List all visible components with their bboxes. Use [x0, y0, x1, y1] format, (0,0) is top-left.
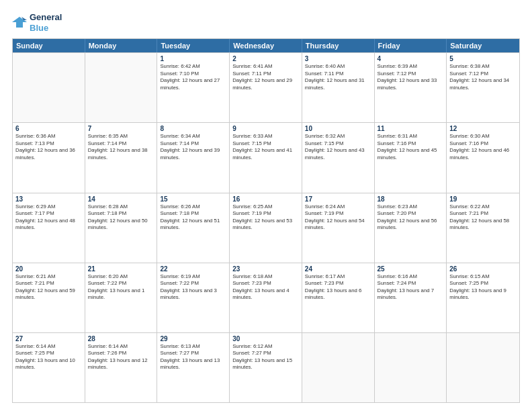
day-number: 30 — [232, 335, 299, 342]
cal-cell: 4Sunrise: 6:39 AMSunset: 7:12 PMDaylight… — [375, 53, 447, 122]
day-number: 5 — [449, 55, 517, 62]
calendar: SundayMondayTuesdayWednesdayThursdayFrid… — [12, 38, 520, 403]
cal-cell: 6Sunrise: 6:36 AMSunset: 7:13 PMDaylight… — [13, 123, 85, 192]
logo-text: General Blue — [30, 12, 62, 33]
day-number: 18 — [378, 195, 444, 203]
cal-cell: 1Sunrise: 6:42 AMSunset: 7:10 PMDaylight… — [157, 53, 230, 122]
day-info: Sunrise: 6:24 AMSunset: 7:19 PMDaylight:… — [305, 203, 371, 232]
day-number: 17 — [305, 195, 371, 203]
day-info: Sunrise: 6:20 AMSunset: 7:22 PMDaylight:… — [88, 273, 154, 302]
calendar-header-row: SundayMondayTuesdayWednesdayThursdayFrid… — [13, 39, 519, 52]
day-info: Sunrise: 6:39 AMSunset: 7:12 PMDaylight:… — [378, 63, 444, 91]
day-info: Sunrise: 6:40 AMSunset: 7:11 PMDaylight:… — [305, 63, 371, 91]
day-number: 4 — [378, 55, 444, 62]
cal-cell: 27Sunrise: 6:14 AMSunset: 7:25 PMDayligh… — [13, 333, 85, 402]
logo-bird-icon — [12, 15, 27, 30]
day-number: 7 — [88, 125, 154, 132]
page: General Blue SundayMondayTuesdayWednesda… — [0, 0, 532, 411]
cal-cell: 18Sunrise: 6:23 AMSunset: 7:20 PMDayligh… — [375, 193, 447, 263]
cal-cell: 11Sunrise: 6:31 AMSunset: 7:16 PMDayligh… — [375, 123, 447, 192]
day-info: Sunrise: 6:17 AMSunset: 7:23 PMDaylight:… — [305, 273, 371, 302]
cal-cell: 12Sunrise: 6:30 AMSunset: 7:16 PMDayligh… — [447, 123, 519, 192]
day-header-sunday: Sunday — [13, 39, 85, 52]
day-info: Sunrise: 6:33 AMSunset: 7:15 PMDaylight:… — [232, 133, 299, 161]
day-number: 14 — [88, 195, 154, 203]
day-number: 10 — [305, 125, 371, 132]
day-info: Sunrise: 6:34 AMSunset: 7:14 PMDaylight:… — [160, 133, 226, 161]
day-info: Sunrise: 6:23 AMSunset: 7:20 PMDaylight:… — [378, 203, 444, 232]
day-header-wednesday: Wednesday — [230, 39, 302, 52]
cal-cell: 3Sunrise: 6:40 AMSunset: 7:11 PMDaylight… — [302, 53, 375, 122]
cal-cell: 9Sunrise: 6:33 AMSunset: 7:15 PMDaylight… — [230, 123, 302, 192]
day-info: Sunrise: 6:26 AMSunset: 7:18 PMDaylight:… — [160, 203, 226, 232]
day-number: 3 — [305, 55, 371, 62]
day-info: Sunrise: 6:41 AMSunset: 7:11 PMDaylight:… — [232, 63, 299, 91]
day-info: Sunrise: 6:14 AMSunset: 7:26 PMDaylight:… — [88, 343, 154, 371]
week-row-2: 6Sunrise: 6:36 AMSunset: 7:13 PMDaylight… — [13, 122, 519, 192]
cal-cell — [447, 333, 519, 402]
day-number: 15 — [160, 195, 226, 203]
day-number: 22 — [160, 265, 226, 273]
cal-cell: 7Sunrise: 6:35 AMSunset: 7:14 PMDaylight… — [85, 123, 158, 192]
cal-cell: 8Sunrise: 6:34 AMSunset: 7:14 PMDaylight… — [157, 123, 230, 192]
cal-cell — [302, 333, 375, 402]
day-info: Sunrise: 6:28 AMSunset: 7:18 PMDaylight:… — [88, 203, 154, 232]
cal-cell: 20Sunrise: 6:21 AMSunset: 7:21 PMDayligh… — [13, 263, 85, 332]
day-info: Sunrise: 6:19 AMSunset: 7:22 PMDaylight:… — [160, 273, 226, 302]
day-number: 21 — [88, 265, 154, 273]
cal-cell: 16Sunrise: 6:25 AMSunset: 7:19 PMDayligh… — [230, 193, 302, 263]
day-number: 23 — [232, 265, 299, 273]
day-header-thursday: Thursday — [302, 39, 375, 52]
day-info: Sunrise: 6:25 AMSunset: 7:19 PMDaylight:… — [232, 203, 299, 232]
cal-cell: 24Sunrise: 6:17 AMSunset: 7:23 PMDayligh… — [302, 263, 375, 332]
cal-cell: 28Sunrise: 6:14 AMSunset: 7:26 PMDayligh… — [85, 333, 158, 402]
cal-cell — [375, 333, 447, 402]
svg-marker-0 — [12, 17, 27, 28]
cal-cell: 25Sunrise: 6:16 AMSunset: 7:24 PMDayligh… — [375, 263, 447, 332]
calendar-body: 1Sunrise: 6:42 AMSunset: 7:10 PMDaylight… — [13, 52, 519, 402]
day-number: 25 — [378, 265, 444, 273]
day-header-tuesday: Tuesday — [157, 39, 230, 52]
day-info: Sunrise: 6:18 AMSunset: 7:23 PMDaylight:… — [232, 273, 299, 302]
day-info: Sunrise: 6:22 AMSunset: 7:21 PMDaylight:… — [449, 203, 517, 232]
cal-cell: 13Sunrise: 6:29 AMSunset: 7:17 PMDayligh… — [13, 193, 85, 263]
day-number: 28 — [88, 335, 154, 342]
cal-cell — [13, 53, 85, 122]
day-info: Sunrise: 6:35 AMSunset: 7:14 PMDaylight:… — [88, 133, 154, 161]
day-number: 11 — [378, 125, 444, 132]
cal-cell: 30Sunrise: 6:12 AMSunset: 7:27 PMDayligh… — [230, 333, 302, 402]
day-info: Sunrise: 6:12 AMSunset: 7:27 PMDaylight:… — [232, 343, 299, 371]
day-info: Sunrise: 6:21 AMSunset: 7:21 PMDaylight:… — [15, 273, 82, 302]
day-number: 8 — [160, 125, 226, 132]
week-row-5: 27Sunrise: 6:14 AMSunset: 7:25 PMDayligh… — [13, 332, 519, 402]
cal-cell: 14Sunrise: 6:28 AMSunset: 7:18 PMDayligh… — [85, 193, 158, 263]
cal-cell: 15Sunrise: 6:26 AMSunset: 7:18 PMDayligh… — [157, 193, 230, 263]
day-info: Sunrise: 6:38 AMSunset: 7:12 PMDaylight:… — [449, 63, 517, 91]
day-number: 24 — [305, 265, 371, 273]
header: General Blue — [12, 12, 520, 33]
day-number: 29 — [160, 335, 226, 342]
day-info: Sunrise: 6:14 AMSunset: 7:25 PMDaylight:… — [15, 343, 82, 371]
day-info: Sunrise: 6:31 AMSunset: 7:16 PMDaylight:… — [378, 133, 444, 161]
day-number: 12 — [449, 125, 517, 132]
day-info: Sunrise: 6:29 AMSunset: 7:17 PMDaylight:… — [15, 203, 82, 232]
day-number: 9 — [232, 125, 299, 132]
cal-cell: 23Sunrise: 6:18 AMSunset: 7:23 PMDayligh… — [230, 263, 302, 332]
day-number: 2 — [232, 55, 299, 62]
cal-cell: 17Sunrise: 6:24 AMSunset: 7:19 PMDayligh… — [302, 193, 375, 263]
day-info: Sunrise: 6:36 AMSunset: 7:13 PMDaylight:… — [15, 133, 82, 161]
day-number: 20 — [15, 265, 82, 273]
cal-cell: 26Sunrise: 6:15 AMSunset: 7:25 PMDayligh… — [447, 263, 519, 332]
cal-cell: 29Sunrise: 6:13 AMSunset: 7:27 PMDayligh… — [157, 333, 230, 402]
day-header-monday: Monday — [85, 39, 158, 52]
week-row-4: 20Sunrise: 6:21 AMSunset: 7:21 PMDayligh… — [13, 263, 519, 332]
day-header-friday: Friday — [375, 39, 447, 52]
day-info: Sunrise: 6:42 AMSunset: 7:10 PMDaylight:… — [160, 63, 226, 91]
day-info: Sunrise: 6:16 AMSunset: 7:24 PMDaylight:… — [378, 273, 444, 302]
day-number: 1 — [160, 55, 226, 62]
day-info: Sunrise: 6:32 AMSunset: 7:15 PMDaylight:… — [305, 133, 371, 161]
day-number: 16 — [232, 195, 299, 203]
day-number: 13 — [15, 195, 82, 203]
day-number: 6 — [15, 125, 82, 132]
day-info: Sunrise: 6:30 AMSunset: 7:16 PMDaylight:… — [449, 133, 517, 161]
